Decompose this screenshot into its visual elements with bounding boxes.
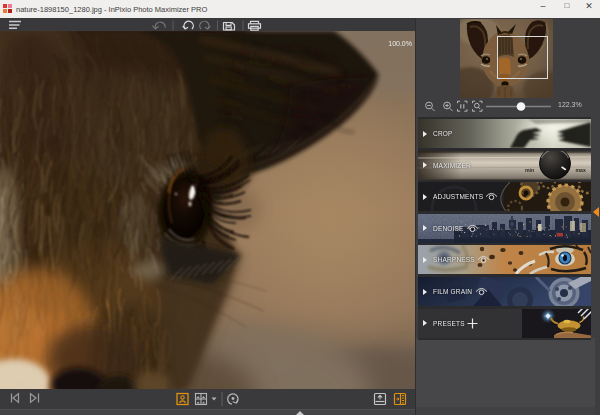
svg-text:max: max	[576, 166, 586, 172]
svg-text:min: min	[525, 166, 534, 172]
